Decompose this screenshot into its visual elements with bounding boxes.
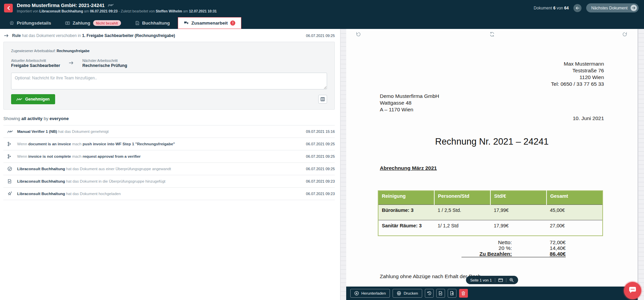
table-header-row: Reinigung Personen/Std Std/€ Gesamt bbox=[378, 191, 603, 205]
collaboration-alert-badge: ! bbox=[230, 21, 235, 26]
total-net-row: Netto:72,00€ bbox=[461, 239, 566, 245]
current-step: Aktueller Arbeitsschritt Freigabe Sachbe… bbox=[11, 59, 60, 68]
download-button[interactable]: Herunterladen bbox=[350, 289, 390, 298]
table-view-button[interactable] bbox=[318, 95, 327, 104]
team-message-input[interactable] bbox=[11, 73, 327, 89]
tab-buchhaltung[interactable]: Buchhaltung bbox=[129, 17, 176, 29]
activity-list: Manual Verifier 1 (NB) hat das Dokument … bbox=[3, 125, 335, 200]
document-titles: Demo Musterfirma GmbH: 2021-24241 Import… bbox=[17, 3, 217, 13]
activity-item: Wenn invoice is not complete mach reques… bbox=[3, 150, 335, 163]
workflow-steps: Aktueller Arbeitsschritt Freigabe Sachbe… bbox=[11, 59, 327, 68]
workflow-actions: Genehmigen bbox=[11, 94, 327, 104]
check-circle-icon bbox=[7, 166, 13, 171]
activity-date: 06.07.2021 09:25 bbox=[306, 142, 335, 146]
history-icon bbox=[427, 291, 432, 296]
activity-item: Wenn document is an invoice mach push in… bbox=[3, 138, 335, 150]
delete-document-button[interactable] bbox=[459, 289, 468, 298]
activity-date: 09.07.2021 15:16 bbox=[306, 129, 335, 134]
table-icon bbox=[320, 97, 325, 102]
divider bbox=[506, 278, 506, 282]
printer-icon bbox=[397, 291, 401, 296]
invoice-recipient-block: Max Mustermann Teststraße 76 1120 Wien T… bbox=[551, 61, 604, 87]
activity-text: Libraconsult Buchhaltung hat das Dokumen… bbox=[17, 179, 165, 183]
document-verify-button[interactable] bbox=[436, 289, 445, 298]
table-row: Büroräume: 3 1 / 2,5 Std. 17,99€ 45,00€ bbox=[378, 205, 603, 220]
background-spreadsheet-strip bbox=[340, 29, 346, 300]
document-check-icon bbox=[7, 179, 13, 184]
tab-pruefungsdetails[interactable]: Prüfungsdetails bbox=[3, 17, 57, 29]
activity-filter: Showing all activity by everyone bbox=[0, 110, 340, 125]
activity-text: Wenn document is an invoice mach push in… bbox=[17, 142, 175, 146]
workflow-rule-icon bbox=[7, 154, 13, 159]
approve-button[interactable]: Genehmigen bbox=[11, 94, 55, 104]
workflow-rule-icon bbox=[7, 142, 13, 146]
rotate-clockwise-icon[interactable] bbox=[622, 32, 628, 38]
arrow-right-icon bbox=[631, 5, 637, 11]
workflow-card: Zugewiesener Arbeitsablauf: Rechnungsfre… bbox=[3, 42, 335, 110]
payment-status-badge: Nicht bezahlt bbox=[93, 20, 121, 26]
activity-date: 06.07.2021 09:25 bbox=[306, 154, 335, 158]
version-history-button[interactable] bbox=[425, 289, 434, 298]
rule-event-date: 06.07.2021 09:25 bbox=[306, 34, 335, 38]
activity-date: 06.07.2021 09:25 bbox=[306, 167, 335, 171]
signature-icon bbox=[16, 97, 22, 101]
top-bar: Demo Musterfirma GmbH: 2021-24241 Import… bbox=[0, 0, 644, 29]
document-check-icon bbox=[438, 291, 443, 296]
document-export-button[interactable] bbox=[448, 289, 456, 298]
page-title: Demo Musterfirma GmbH: 2021-24241 bbox=[17, 3, 105, 8]
rotate-counterclockwise-icon[interactable] bbox=[356, 32, 361, 38]
invoice-sender-block: Demo Musterfirma GmbH Wattgasse 48 A – 1… bbox=[380, 93, 439, 113]
arrow-right-icon bbox=[69, 61, 74, 66]
tab-zahlung[interactable]: Zahlung Nicht bezahlt bbox=[59, 17, 127, 29]
banknote-icon bbox=[65, 21, 70, 25]
divider bbox=[495, 278, 495, 282]
sync-rotate-icon[interactable] bbox=[489, 32, 495, 38]
tab-bar: Prüfungsdetails Zahlung Nicht bezahlt Bu… bbox=[0, 16, 644, 29]
eye-icon bbox=[9, 21, 14, 25]
background-spreadsheet-strip bbox=[638, 29, 644, 300]
title-row: Demo Musterfirma GmbH: 2021-24241 Import… bbox=[0, 0, 644, 16]
total-due-row: Zu Bezahlen:86,40€ bbox=[461, 251, 566, 257]
invoice-totals: Netto:72,00€ 20 %:14,40€ Zu Bezahlen:86,… bbox=[461, 239, 566, 257]
activity-item: Manual Verifier 1 (NB) hat das Dokument … bbox=[3, 125, 335, 138]
print-button[interactable]: Drucken bbox=[393, 289, 422, 298]
document-export-icon bbox=[450, 291, 454, 296]
activity-text: Wenn invoice is not complete mach reques… bbox=[17, 154, 140, 158]
activity-text: Libraconsult Buchhaltung hat das Dokumen… bbox=[17, 167, 171, 171]
next-step: Nächster Arbeitsschritt Rechnerische Prü… bbox=[82, 59, 127, 68]
download-icon bbox=[354, 291, 359, 296]
chevron-left-icon bbox=[7, 6, 10, 10]
assigned-workflow: Zugewiesener Arbeitsablauf: Rechnungsfre… bbox=[11, 49, 327, 53]
invoice-title: Rechnung Nr. 2021 – 24241 bbox=[346, 136, 638, 147]
tab-zusammenarbeit[interactable]: Zusammenarbeit ! bbox=[178, 17, 241, 29]
zoom-in-icon[interactable] bbox=[509, 278, 514, 282]
rule-event-text: Rule hat das Dokument verschoben in 1. F… bbox=[12, 33, 175, 38]
chat-bubbles-icon bbox=[184, 21, 189, 25]
signature-icon bbox=[7, 129, 13, 134]
activity-item: Libraconsult Buchhaltung hat das Dokumen… bbox=[3, 188, 335, 200]
activity-item: Libraconsult Buchhaltung hat das Dokumen… bbox=[3, 175, 335, 188]
pdf-viewer: Max Mustermann Teststraße 76 1120 Wien T… bbox=[346, 29, 638, 300]
document-counter: Dokument 6 von 64 bbox=[534, 6, 569, 10]
ledger-icon bbox=[135, 21, 139, 25]
previous-document-button[interactable] bbox=[573, 4, 581, 12]
activity-text: Manual Verifier 1 (NB) hat das Dokument … bbox=[17, 129, 109, 134]
arrow-right-icon bbox=[4, 34, 9, 38]
collaboration-panel: Rule hat das Dokument verschoben in 1. F… bbox=[0, 29, 340, 300]
invoice-date: 10. Juni 2021 bbox=[573, 115, 604, 122]
chat-widget-button[interactable] bbox=[624, 282, 641, 299]
next-document-button[interactable]: Nächstes Dokument bbox=[586, 3, 639, 12]
filter-activity-user[interactable]: everyone bbox=[49, 116, 69, 121]
activity-item: Libraconsult Buchhaltung hat das Dokumen… bbox=[3, 163, 335, 175]
filter-activity-type[interactable]: all activity bbox=[21, 116, 42, 121]
back-button[interactable] bbox=[4, 4, 13, 12]
thumbnails-icon[interactable] bbox=[498, 278, 503, 282]
document-pagination: Dokument 6 von 64 Nächstes Dokument bbox=[534, 3, 639, 12]
signature-icon bbox=[108, 3, 114, 8]
page-indicator-pill: Seite 1 von 1 bbox=[466, 276, 518, 284]
rule-event-row: Rule hat das Dokument verschoben in 1. F… bbox=[0, 29, 340, 41]
upload-star-icon bbox=[7, 191, 13, 196]
document-toolbar: Herunterladen Drucken bbox=[346, 287, 638, 300]
arrow-left-icon bbox=[575, 6, 579, 10]
activity-date: 06.07.2021 09:23 bbox=[306, 179, 335, 183]
